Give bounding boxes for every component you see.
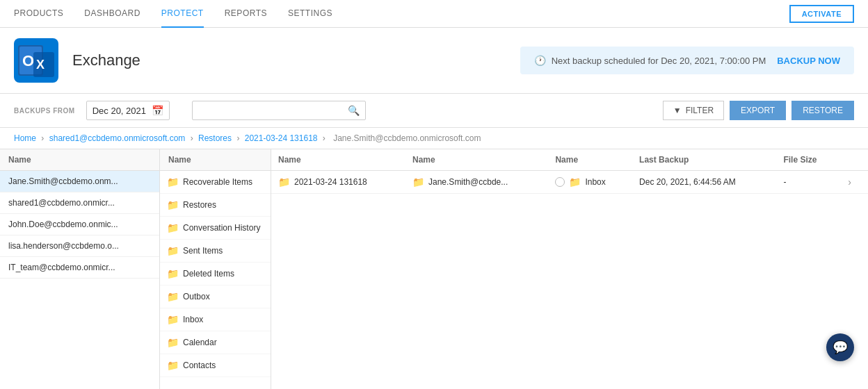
folders-panel-header: Name [160, 149, 271, 171]
breadcrumb-restores[interactable]: Restores [198, 133, 232, 143]
breadcrumb-date[interactable]: 2021-03-24 131618 [245, 133, 318, 143]
app-header: O X Exchange 🕐 Next backup scheduled for… [0, 28, 868, 94]
folder-icon: 📁 [167, 199, 179, 210]
folder-icon: 📁 [167, 337, 179, 348]
nav-products[interactable]: PRODUCTS [14, 0, 63, 28]
col-header-file-size: File Size [776, 149, 838, 171]
left-panel: Name Jane.Smith@ccbdemo.onm... shared1@c… [0, 149, 160, 389]
col-header-name3: Name [548, 149, 632, 171]
folders-panel: Name 📁 Recoverable Items 📁 Restores 📁 Co… [160, 149, 271, 389]
breadcrumb: Home › shared1@ccbdemo.onmicrosoft.com ›… [0, 128, 868, 149]
col-header-last-backup: Last Backup [632, 149, 776, 171]
nav-dashboard[interactable]: DASHBOARD [84, 0, 140, 28]
app-title: Exchange [72, 51, 140, 69]
nav-reports[interactable]: REPORTS [225, 0, 267, 28]
folder-item[interactable]: 📁 Sent Items [160, 240, 271, 263]
list-item[interactable]: IT_team@ccbdemo.onmicr... [0, 257, 159, 279]
search-box: 🔍 [192, 101, 366, 120]
breadcrumb-current: Jane.Smith@ccbdemo.onmicrosoft.com [333, 133, 481, 143]
folder-icon: 📁 [167, 314, 179, 325]
filter-button[interactable]: ▼ FILTER [663, 101, 724, 120]
right-content: Name Name Name Last Backup File Size 📁 [271, 149, 868, 389]
folder-icon: 📁 [167, 291, 179, 302]
clock-icon: 🕐 [534, 55, 546, 66]
activate-button[interactable]: ACTIVATE [789, 5, 854, 23]
folder-item[interactable]: 📁 Calendar [160, 331, 271, 354]
svg-text:O: O [22, 52, 34, 69]
folder-item[interactable]: 📁 Contacts [160, 354, 271, 377]
col-header-name1: Name [271, 149, 405, 171]
search-icon[interactable]: 🔍 [348, 105, 360, 116]
backup-scheduled-text: Next backup scheduled for Dec 20, 2021, … [552, 56, 766, 66]
table-area: Name Name Name Last Backup File Size 📁 [271, 149, 868, 389]
folder-item[interactable]: 📁 Inbox [160, 308, 271, 331]
list-item[interactable]: shared1@ccbdemo.onmicr... [0, 192, 159, 214]
folder-item[interactable]: 📁 Deleted Items [160, 263, 271, 285]
calendar-icon[interactable]: 📅 [152, 105, 163, 116]
table-cell-expand[interactable]: › [838, 171, 868, 194]
folder-item[interactable]: 📁 Restores [160, 194, 271, 217]
main-content: Name Jane.Smith@ccbdemo.onm... shared1@c… [0, 149, 868, 389]
nav-links: PRODUCTS DASHBOARD PROTECT REPORTS SETTI… [14, 0, 332, 28]
toolbar-right: ▼ FILTER EXPORT RESTORE [663, 101, 854, 120]
breadcrumb-shared1[interactable]: shared1@ccbdemo.onmicrosoft.com [49, 133, 186, 143]
folder-icon: 📁 [412, 176, 424, 188]
filter-icon: ▼ [673, 106, 682, 115]
list-item[interactable]: lisa.henderson@ccbdemo.o... [0, 235, 159, 257]
folder-icon: 📁 [167, 268, 179, 279]
folder-item[interactable]: 📁 Recoverable Items [160, 171, 271, 194]
col-header-actions [838, 149, 868, 171]
backups-from-label: BACKUPS FROM [14, 107, 75, 115]
nav-settings[interactable]: SETTINGS [288, 0, 332, 28]
folder-item[interactable]: 📁 Conversation History [160, 217, 271, 240]
top-navigation: PRODUCTS DASHBOARD PROTECT REPORTS SETTI… [0, 0, 868, 28]
nav-protect[interactable]: PROTECT [161, 0, 204, 28]
backup-info: 🕐 Next backup scheduled for Dec 20, 2021… [520, 47, 854, 74]
date-value: Dec 20, 2021 [93, 106, 146, 116]
table-cell-inbox[interactable]: 📁 Inbox [548, 171, 632, 194]
select-radio[interactable] [555, 177, 565, 187]
chat-widget[interactable]: 💬 [826, 333, 854, 361]
folder-icon: 📁 [167, 360, 179, 371]
table-cell-date[interactable]: 📁 2021-03-24 131618 [271, 171, 405, 194]
date-picker[interactable]: Dec 20, 2021 📅 [86, 101, 170, 120]
svg-text:X: X [36, 58, 45, 72]
folder-icon: 📁 [278, 176, 290, 188]
table-cell-email[interactable]: 📁 Jane.Smith@ccbde... [405, 171, 548, 194]
toolbar: BACKUPS FROM Dec 20, 2021 📅 🔍 ▼ FILTER E… [0, 94, 868, 128]
table-cell-last-backup: Dec 20, 2021, 6:44:56 AM [632, 171, 776, 194]
list-item[interactable]: Jane.Smith@ccbdemo.onm... [0, 171, 159, 192]
export-button[interactable]: EXPORT [730, 101, 786, 120]
left-panel-header: Name [0, 149, 159, 171]
folder-icon: 📁 [167, 222, 179, 233]
exchange-logo: O X [14, 38, 58, 83]
search-input[interactable] [198, 106, 344, 116]
backup-now-link[interactable]: BACKUP NOW [777, 56, 840, 66]
expand-button[interactable]: › [845, 176, 854, 188]
table-row: 📁 2021-03-24 131618 📁 Jane.Smith@ccbde..… [271, 171, 868, 194]
folder-icon: 📁 [167, 176, 179, 188]
data-table: Name Name Name Last Backup File Size 📁 [271, 149, 868, 194]
restore-button[interactable]: RESTORE [791, 101, 854, 120]
col-header-name2: Name [405, 149, 548, 171]
folder-icon: 📁 [167, 245, 179, 256]
folder-icon: 📁 [569, 176, 581, 188]
table-cell-file-size: - [776, 171, 838, 194]
chat-icon: 💬 [833, 340, 848, 355]
folder-item[interactable]: 📁 Outbox [160, 285, 271, 308]
list-item[interactable]: John.Doe@ccbdemo.onmic... [0, 214, 159, 235]
breadcrumb-home[interactable]: Home [14, 133, 36, 143]
